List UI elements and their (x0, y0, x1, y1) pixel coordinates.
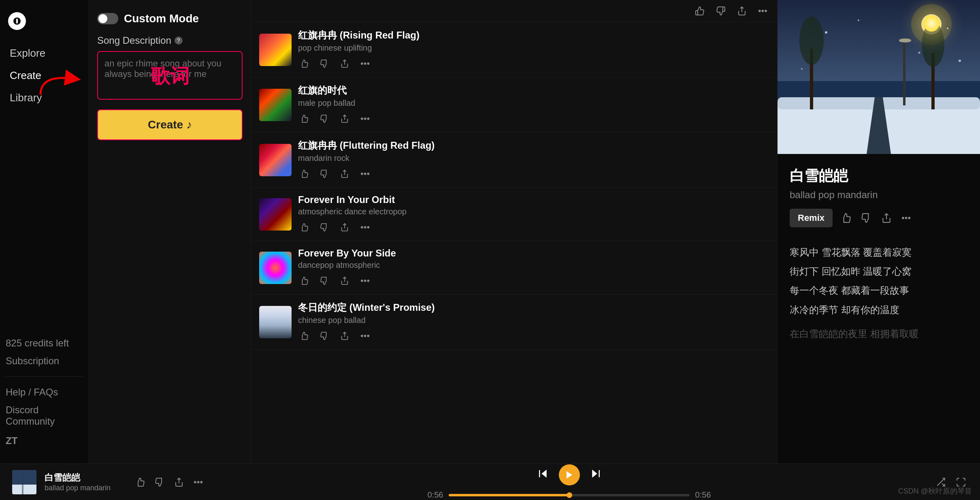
like-1[interactable] (298, 113, 310, 125)
progress-bar-fill (449, 494, 569, 496)
song-info-5: 冬日的约定 (Winter's Promise) chinese pop bal… (298, 301, 769, 343)
share-detail[interactable] (880, 211, 893, 225)
more-1[interactable]: ••• (359, 112, 371, 126)
dislike-3[interactable] (318, 221, 330, 233)
bar-like-button[interactable] (134, 476, 147, 489)
more-3[interactable]: ••• (359, 220, 371, 234)
song-genre-4: dancepop atmospheric (298, 261, 769, 270)
song-title-5: 冬日的约定 (Winter's Promise) (298, 301, 769, 314)
share-button-top[interactable] (735, 4, 748, 17)
like-detail[interactable] (839, 211, 853, 225)
svg-marker-34 (567, 471, 572, 479)
player-bar-like-actions: ••• (134, 475, 205, 489)
player-bar-genre: ballad pop mandarin (45, 484, 126, 492)
dislike-button-top[interactable] (714, 4, 727, 17)
song-actions-3: ••• (298, 220, 769, 234)
svg-marker-32 (541, 470, 547, 478)
dislike-2[interactable] (318, 168, 330, 180)
song-item-partial[interactable]: ••• (251, 0, 777, 22)
like-2[interactable] (298, 168, 310, 180)
more-5[interactable]: ••• (359, 329, 371, 343)
song-item[interactable]: Forever In Your Orbit atmospheric dance … (251, 188, 777, 241)
sidebar: Explore Create Library 825 credits left … (0, 0, 89, 464)
song-item[interactable]: Forever By Your Side dancepop atmospheri… (251, 241, 777, 295)
svg-point-20 (899, 38, 911, 43)
sidebar-item-library[interactable]: Library (4, 87, 85, 109)
logo-area[interactable] (0, 8, 89, 42)
more-detail[interactable]: ••• (900, 211, 912, 225)
song-item[interactable]: 红旗的时代 male pop ballad ••• (251, 77, 777, 132)
album-art (778, 0, 980, 154)
song-genre-5: chinese pop ballad (298, 316, 769, 325)
help-link[interactable]: Help / FAQs (6, 383, 83, 401)
song-thumbnail-5 (259, 306, 292, 338)
song-item[interactable]: 红旗冉冉 (Fluttering Red Flag) mandarin rock… (251, 132, 777, 188)
dislike-5[interactable] (318, 330, 330, 342)
share-3[interactable] (339, 221, 351, 233)
svg-point-26 (959, 60, 961, 62)
more-2[interactable]: ••• (359, 167, 371, 181)
user-initial[interactable]: ZT (6, 430, 83, 451)
subscription-link[interactable]: Subscription (6, 352, 83, 370)
svg-point-23 (918, 52, 920, 54)
song-title-3: Forever In Your Orbit (298, 194, 769, 205)
song-item[interactable]: 冬日的约定 (Winter's Promise) chinese pop bal… (251, 295, 777, 350)
remix-button[interactable]: Remix (790, 209, 833, 227)
discord-link[interactable]: Discord Community (6, 401, 83, 430)
create-panel: Custom Mode Song Description ? 歌词 Create… (89, 0, 251, 464)
lyrics-line-3: 冰冷的季节 却有你的温度 (790, 301, 968, 318)
more-4[interactable]: ••• (359, 274, 371, 288)
like-3[interactable] (298, 221, 310, 233)
skip-back-button[interactable] (537, 468, 549, 483)
bar-share-button[interactable] (173, 476, 185, 489)
song-item[interactable]: 红旗冉冉 (Rising Red Flag) pop chinese uplif… (251, 22, 777, 77)
dislike-detail[interactable] (859, 211, 873, 225)
sidebar-item-explore[interactable]: Explore (4, 42, 85, 64)
sidebar-bottom: 825 credits left Subscription Help / FAQ… (0, 330, 89, 455)
play-pause-button[interactable] (559, 464, 580, 485)
song-actions-4: ••• (298, 274, 769, 288)
playback-controls (537, 464, 602, 485)
progress-row: 0:56 0:56 (428, 490, 711, 500)
dislike-4[interactable] (318, 275, 330, 287)
share-1[interactable] (339, 113, 351, 125)
share-2[interactable] (339, 168, 351, 180)
song-thumbnail-1 (259, 89, 292, 121)
share-5[interactable] (339, 330, 351, 342)
now-playing-title: 白雪皑皑 (790, 166, 968, 186)
lyrics-line-2: 每一个冬夜 都藏着一段故事 (790, 282, 968, 299)
song-genre-3: atmospheric dance electropop (298, 207, 769, 216)
dislike-0[interactable] (318, 58, 330, 70)
song-thumbnail-3 (259, 198, 292, 231)
suno-logo[interactable] (8, 12, 26, 30)
lyrics-section: 寒风中 雪花飘落 覆盖着寂寞 街灯下 回忆如昨 温暖了心窝 每一个冬夜 都藏着一… (778, 244, 980, 464)
song-genre-0: pop chinese uplifting (298, 43, 769, 53)
progress-bar-handle[interactable] (567, 492, 572, 498)
custom-mode-label: Custom Mode (124, 12, 199, 25)
custom-mode-switch[interactable] (97, 13, 118, 24)
song-actions-1: ••• (298, 112, 769, 126)
like-4[interactable] (298, 275, 310, 287)
bar-more-button[interactable]: ••• (192, 475, 205, 489)
like-0[interactable] (298, 58, 310, 70)
lyrics-text: 寒风中 雪花飘落 覆盖着寂寞 街灯下 回忆如昨 温暖了心窝 每一个冬夜 都藏着一… (790, 244, 968, 342)
dislike-1[interactable] (318, 113, 330, 125)
player-info: 白雪皑皑 ballad pop mandarin Remix ••• (778, 154, 980, 244)
song-info-0: 红旗冉冉 (Rising Red Flag) pop chinese uplif… (298, 29, 769, 71)
like-5[interactable] (298, 330, 310, 342)
more-button-top[interactable]: ••• (756, 4, 769, 18)
bar-dislike-button[interactable] (153, 476, 166, 489)
share-0[interactable] (339, 58, 351, 70)
info-icon[interactable]: ? (175, 36, 183, 45)
more-0[interactable]: ••• (359, 57, 371, 71)
song-genre-1: male pop ballad (298, 98, 769, 108)
song-title-2: 红旗冉冉 (Fluttering Red Flag) (298, 139, 769, 152)
share-4[interactable] (339, 275, 351, 287)
time-total: 0:56 (695, 490, 711, 500)
sidebar-item-create[interactable]: Create (4, 64, 85, 87)
like-button-top[interactable] (693, 4, 706, 17)
skip-forward-button[interactable] (590, 468, 602, 483)
create-button[interactable]: Create ♪ (97, 109, 243, 140)
song-description-input[interactable] (97, 51, 243, 100)
progress-bar[interactable] (449, 494, 689, 496)
